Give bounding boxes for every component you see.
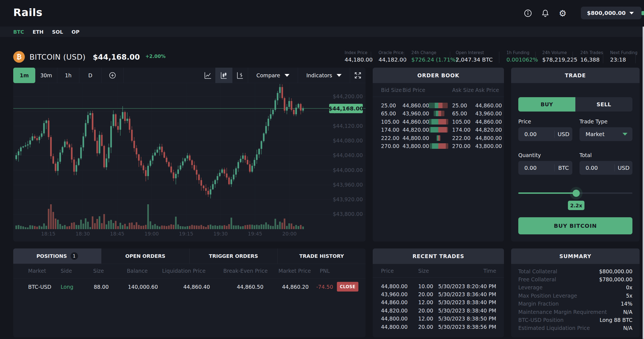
price-input[interactable]: 0.00 USD bbox=[518, 127, 572, 141]
position-side: Long bbox=[61, 284, 73, 290]
leverage-slider-handle[interactable] bbox=[573, 190, 580, 197]
price-value: 0.00 bbox=[524, 131, 554, 137]
order-book-row[interactable]: 105.0044,860.00105.0044,860.00 bbox=[373, 118, 504, 126]
leverage-slider-fill bbox=[518, 192, 576, 194]
order-book-bid-price: 44,820.00 bbox=[402, 127, 429, 133]
notifications-button[interactable] bbox=[540, 8, 551, 18]
timeframe-1m-button[interactable]: 1m bbox=[13, 68, 35, 83]
order-book-row[interactable]: 65.0043,960.0065.0043,960.00 bbox=[373, 110, 504, 118]
order-book-row[interactable]: 270.0043,800.00270.0043,800.00 bbox=[373, 142, 504, 150]
stat-value: 44,182.00 bbox=[379, 56, 407, 63]
summary-row: Leverage0x bbox=[511, 284, 640, 292]
summary-value: Long 88 BTC bbox=[600, 317, 632, 323]
positions-column-balance: Balance bbox=[127, 268, 148, 274]
chevron-down-icon bbox=[337, 74, 342, 77]
info-icon-button[interactable] bbox=[523, 8, 533, 18]
ask-depth-bar bbox=[438, 135, 441, 141]
settings-button[interactable]: ⚙ bbox=[557, 8, 568, 18]
timeframe-1h-button[interactable]: 1h bbox=[57, 68, 79, 83]
summary-label: Free Collateral bbox=[518, 276, 556, 282]
trade-type-value: Market bbox=[586, 131, 622, 137]
add-timeframe-button[interactable] bbox=[101, 68, 124, 83]
market-tab-btc[interactable]: BTC bbox=[13, 29, 24, 35]
price-label: Price bbox=[518, 118, 531, 125]
bid-depth-bar bbox=[430, 143, 438, 149]
line-chart-button[interactable] bbox=[200, 68, 215, 83]
order-book-bid-price: 43,800.00 bbox=[402, 143, 429, 149]
positions-column-size: Size bbox=[93, 268, 104, 274]
summary-value: N/A bbox=[623, 309, 632, 315]
tab-label: OPEN ORDERS bbox=[125, 253, 165, 259]
y-axis-label: $44,080.00 bbox=[316, 137, 363, 144]
tab-trigger-orders[interactable]: TRIGGER ORDERS bbox=[190, 248, 278, 264]
account-balance-dropdown[interactable]: $800,000.00 bbox=[581, 7, 642, 19]
trading-app: Rails ⚙ $800,000.00 BTCETHSOLOP ₿ BITCOI… bbox=[0, 0, 644, 339]
trade-price: 44,800.00 bbox=[381, 324, 408, 330]
side-toggle: BUY SELL bbox=[518, 97, 632, 112]
y-axis-label: $44,000.00 bbox=[316, 167, 363, 173]
stat-value: 16,388 bbox=[580, 56, 603, 63]
timeframe-buttons: 1m30m1hD bbox=[13, 68, 101, 83]
order-book-row[interactable]: 25.0044,860.0025.0044,860.00 bbox=[373, 101, 504, 110]
depth-segment bbox=[441, 111, 444, 116]
summary-row: Margin Fraction14% bbox=[511, 300, 640, 308]
depth-segment bbox=[438, 119, 446, 125]
depth-segment bbox=[438, 143, 446, 149]
depth-segment bbox=[438, 103, 442, 108]
sell-tab[interactable]: SELL bbox=[575, 97, 632, 112]
timeframe-d-button[interactable]: D bbox=[79, 68, 101, 83]
account-balance: $800,000.00 bbox=[587, 10, 626, 16]
price-unit: USD bbox=[555, 131, 572, 137]
divider bbox=[535, 52, 536, 63]
panel-title: TRADE bbox=[511, 68, 640, 83]
stat-value: 0.001062% bbox=[506, 56, 538, 63]
total-input[interactable]: 0.00 USD bbox=[579, 161, 632, 175]
positions-column-side: Side bbox=[61, 268, 72, 274]
stat-label: 24h Trades bbox=[580, 50, 603, 55]
order-book-ask-size: 222.00 bbox=[452, 135, 470, 141]
wallet-button[interactable] bbox=[642, 8, 644, 18]
quantity-input[interactable]: 0.00 BTC bbox=[518, 161, 572, 175]
indicators-dropdown[interactable]: Indicators bbox=[298, 68, 350, 83]
total-label: Total bbox=[579, 152, 592, 158]
stat-index-price: Index Price44,180.00 bbox=[345, 50, 373, 63]
summary-value: 5x bbox=[626, 293, 632, 299]
stat-label: Open Interest bbox=[456, 50, 493, 55]
tab-trade-history[interactable]: TRADE HISTORY bbox=[278, 248, 366, 264]
stat-label: Next Funding bbox=[610, 50, 637, 55]
close-position-button[interactable]: CLOSE bbox=[337, 282, 358, 292]
depth-segment bbox=[446, 143, 448, 149]
info-icon bbox=[524, 9, 532, 18]
fullscreen-button[interactable] bbox=[350, 68, 366, 83]
order-book-row[interactable]: 174.0044,820.00174.0044,820.00 bbox=[373, 126, 504, 134]
bar-chart-button[interactable] bbox=[232, 68, 248, 83]
bar-chart-icon bbox=[236, 71, 244, 80]
divider bbox=[371, 52, 371, 63]
stat-24h-trades: 24h Trades16,388 bbox=[580, 50, 603, 63]
candlestick-chart-button[interactable] bbox=[215, 68, 232, 83]
buy-bitcoin-button[interactable]: BUY BITCOIN bbox=[518, 217, 632, 234]
stat-label: 1h Funding bbox=[506, 50, 538, 55]
position-balance: 140,000.60 bbox=[128, 284, 158, 290]
tab-positions[interactable]: POSITIONS1 bbox=[13, 248, 101, 264]
trade-row: 44,800.0020.005/30/2023 8:38:56 PM bbox=[373, 323, 504, 331]
trade-type-select[interactable]: Market bbox=[579, 127, 632, 141]
bid-depth-bar bbox=[429, 119, 438, 125]
market-tab-eth[interactable]: ETH bbox=[33, 29, 44, 35]
market-tab-sol[interactable]: SOL bbox=[52, 29, 63, 35]
summary-row: Maintenance Margin RequirementN/A bbox=[511, 308, 640, 316]
vertical-scrollbar[interactable] bbox=[643, 27, 644, 339]
order-book-bid-size: 222.00 bbox=[381, 135, 399, 141]
buy-tab[interactable]: BUY bbox=[518, 97, 575, 112]
x-axis-label: 19:15 bbox=[179, 231, 193, 237]
depth-segment bbox=[431, 127, 438, 133]
price-chart[interactable] bbox=[13, 68, 366, 242]
order-book-bid-price: 44,860.00 bbox=[402, 102, 429, 108]
trades-column-time: Time bbox=[484, 268, 497, 274]
market-tab-op[interactable]: OP bbox=[72, 29, 80, 35]
stat-1h-funding: 1h Funding0.001062% bbox=[506, 50, 538, 63]
tab-open-orders[interactable]: OPEN ORDERS bbox=[101, 248, 190, 264]
order-book-row[interactable]: 222.0044,800.00222.0044,800.00 bbox=[373, 134, 504, 142]
timeframe-30m-button[interactable]: 30m bbox=[35, 68, 57, 83]
compare-dropdown[interactable]: Compare bbox=[248, 68, 298, 83]
